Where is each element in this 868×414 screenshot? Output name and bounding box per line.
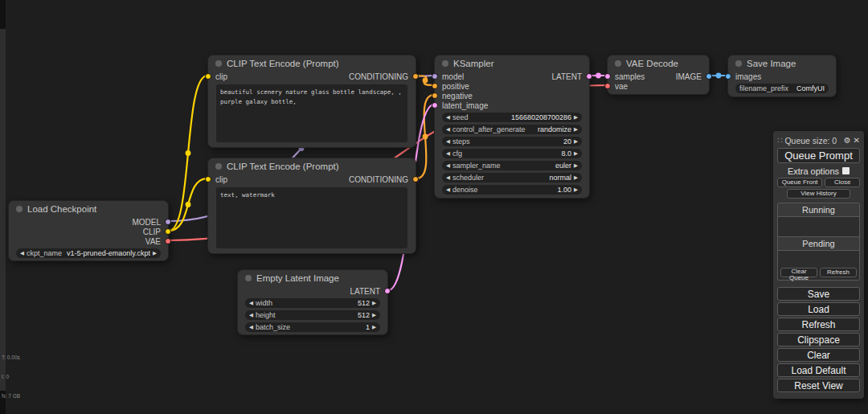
widget-denoise[interactable]: ◀ denoise 1.00 ▶ bbox=[442, 185, 582, 195]
node-title-bar[interactable]: CLIP Text Encode (Prompt) bbox=[208, 55, 416, 72]
increment-arrow-icon[interactable]: ▶ bbox=[574, 174, 578, 181]
increment-arrow-icon[interactable]: ▶ bbox=[574, 187, 578, 193]
decrement-arrow-icon[interactable]: ◀ bbox=[20, 250, 24, 256]
decrement-arrow-icon[interactable]: ◀ bbox=[446, 174, 450, 181]
collapse-dot-icon[interactable] bbox=[215, 163, 222, 170]
collapse-dot-icon[interactable] bbox=[245, 275, 252, 281]
input-port-negative[interactable]: negative bbox=[442, 92, 473, 100]
port-dot-latent[interactable] bbox=[586, 73, 592, 80]
port-dot-vae[interactable] bbox=[604, 83, 611, 89]
output-port-vae[interactable]: VAE bbox=[145, 237, 161, 246]
increment-arrow-icon[interactable]: ▶ bbox=[574, 114, 578, 121]
port-dot-conditioning[interactable] bbox=[432, 92, 438, 99]
port-dot-vae[interactable] bbox=[165, 238, 171, 244]
input-port-clip[interactable]: clip bbox=[215, 175, 227, 184]
reset-view-button[interactable]: Reset View bbox=[777, 379, 860, 392]
port-dot-conditioning[interactable] bbox=[412, 176, 419, 182]
decrement-arrow-icon[interactable]: ◀ bbox=[446, 187, 450, 193]
queue-front-button[interactable]: Queue Front bbox=[777, 178, 822, 187]
widget-sampler-name[interactable]: ◀ sampler_name euler ▶ bbox=[442, 161, 582, 170]
input-port-model[interactable]: model bbox=[442, 72, 464, 81]
node-vae-decode[interactable]: VAE Decode samples IMAGE vae bbox=[607, 55, 710, 95]
collapse-dot-icon[interactable] bbox=[735, 60, 742, 67]
collapse-dot-icon[interactable] bbox=[16, 206, 23, 212]
port-dot-clip[interactable] bbox=[205, 176, 211, 182]
widget-batch-size[interactable]: ◀ batch_size 1 ▶ bbox=[245, 322, 380, 332]
output-port-conditioning[interactable]: CONDITIONING bbox=[349, 175, 408, 184]
decrement-arrow-icon[interactable]: ◀ bbox=[446, 126, 450, 133]
queue-prompt-button[interactable]: Queue Prompt bbox=[777, 148, 860, 163]
increment-arrow-icon[interactable]: ▶ bbox=[574, 162, 578, 169]
output-port-latent[interactable]: LATENT bbox=[551, 72, 582, 81]
widget-control-after-generate[interactable]: ◀ control_after_generate randomize ▶ bbox=[442, 125, 582, 134]
clipspace-button[interactable]: Clipspace bbox=[777, 333, 860, 346]
node-empty-latent-image[interactable]: Empty Latent Image LATENT ◀ width 512 ▶ … bbox=[237, 269, 388, 335]
port-dot-latent[interactable] bbox=[604, 73, 611, 80]
decrement-arrow-icon[interactable]: ◀ bbox=[249, 312, 253, 318]
node-ksampler[interactable]: KSampler model LATENT positive negative bbox=[434, 55, 590, 199]
collapse-dot-icon[interactable] bbox=[442, 60, 448, 67]
output-port-image[interactable]: IMAGE bbox=[676, 72, 702, 81]
widget-height[interactable]: ◀ height 512 ▶ bbox=[245, 310, 380, 320]
port-dot-latent[interactable] bbox=[432, 102, 438, 109]
prompt-textarea[interactable]: text, watermark bbox=[216, 187, 407, 248]
widget-cfg[interactable]: ◀ cfg 8.0 ▶ bbox=[442, 149, 582, 158]
settings-gear-icon[interactable]: ⚙ bbox=[844, 136, 851, 145]
node-title-bar[interactable]: Save Image bbox=[728, 55, 836, 72]
close-button[interactable]: Close bbox=[825, 178, 860, 187]
decrement-arrow-icon[interactable]: ◀ bbox=[249, 300, 253, 306]
port-dot-clip[interactable] bbox=[165, 228, 171, 235]
input-port-latent-image[interactable]: latent_image bbox=[442, 101, 488, 110]
load-default-button[interactable]: Load Default bbox=[777, 363, 860, 377]
increment-arrow-icon[interactable]: ▶ bbox=[574, 138, 578, 145]
save-button[interactable]: Save bbox=[777, 287, 860, 301]
clear-button[interactable]: Clear bbox=[777, 348, 860, 362]
output-port-latent[interactable]: LATENT bbox=[350, 287, 380, 296]
extra-options-checkbox[interactable] bbox=[842, 167, 850, 174]
node-clip-text-encode-positive[interactable]: CLIP Text Encode (Prompt) clip CONDITION… bbox=[207, 55, 416, 148]
input-port-images[interactable]: images bbox=[735, 72, 761, 81]
increment-arrow-icon[interactable]: ▶ bbox=[153, 250, 157, 256]
widget-filename-prefix[interactable]: filename_prefix ComfyUI bbox=[735, 84, 829, 93]
decrement-arrow-icon[interactable]: ◀ bbox=[446, 150, 450, 157]
node-load-checkpoint[interactable]: Load Checkpoint MODEL CLIP VAE ◀ ckpt_na… bbox=[8, 200, 169, 261]
decrement-arrow-icon[interactable]: ◀ bbox=[446, 114, 450, 121]
node-title-bar[interactable]: CLIP Text Encode (Prompt) bbox=[208, 158, 416, 174]
clear-queue-button[interactable]: Clear Queue bbox=[780, 268, 817, 277]
widget-steps[interactable]: ◀ steps 20 ▶ bbox=[442, 137, 582, 146]
node-clip-text-encode-negative[interactable]: CLIP Text Encode (Prompt) clip CONDITION… bbox=[207, 158, 416, 254]
collapse-dot-icon[interactable] bbox=[215, 60, 222, 67]
port-dot-conditioning[interactable] bbox=[412, 73, 419, 80]
collapse-dot-icon[interactable] bbox=[615, 60, 621, 67]
output-port-clip[interactable]: CLIP bbox=[143, 227, 161, 236]
increment-arrow-icon[interactable]: ▶ bbox=[574, 126, 578, 133]
node-save-image[interactable]: Save Image images filename_prefix ComfyU… bbox=[727, 55, 837, 97]
close-icon[interactable]: ✕ bbox=[854, 136, 860, 145]
node-title-bar[interactable]: VAE Decode bbox=[608, 55, 709, 72]
increment-arrow-icon[interactable]: ▶ bbox=[372, 300, 376, 306]
drag-handle-icon[interactable]: ∷ bbox=[777, 136, 782, 145]
widget-scheduler[interactable]: ◀ scheduler normal ▶ bbox=[442, 173, 582, 182]
port-dot-model[interactable] bbox=[432, 73, 438, 80]
input-port-positive[interactable]: positive bbox=[442, 82, 469, 91]
port-dot-image[interactable] bbox=[725, 73, 731, 80]
input-port-vae[interactable]: vae bbox=[615, 82, 628, 91]
output-port-conditioning[interactable]: CONDITIONING bbox=[349, 72, 408, 81]
node-graph-canvas[interactable]: Load Checkpoint MODEL CLIP VAE ◀ ckpt_na… bbox=[0, 0, 868, 414]
decrement-arrow-icon[interactable]: ◀ bbox=[446, 138, 450, 145]
widget-ckpt-name[interactable]: ◀ ckpt_name v1-5-pruned-emaonly.ckpt ▶ bbox=[16, 248, 161, 258]
node-title-bar[interactable]: KSampler bbox=[435, 55, 589, 72]
prompt-textarea[interactable]: beautiful scenery nature glass bottle la… bbox=[216, 84, 407, 142]
port-dot-model[interactable] bbox=[165, 219, 171, 225]
refresh-queue-button[interactable]: Refresh bbox=[820, 268, 857, 277]
load-button[interactable]: Load bbox=[777, 302, 860, 316]
decrement-arrow-icon[interactable]: ◀ bbox=[249, 324, 253, 330]
refresh-button[interactable]: Refresh bbox=[777, 318, 860, 331]
increment-arrow-icon[interactable]: ▶ bbox=[574, 150, 578, 157]
increment-arrow-icon[interactable]: ▶ bbox=[372, 324, 376, 330]
node-title-bar[interactable]: Empty Latent Image bbox=[238, 270, 387, 286]
increment-arrow-icon[interactable]: ▶ bbox=[372, 312, 376, 318]
decrement-arrow-icon[interactable]: ◀ bbox=[446, 162, 450, 169]
widget-width[interactable]: ◀ width 512 ▶ bbox=[245, 298, 380, 308]
port-dot-clip[interactable] bbox=[205, 73, 211, 80]
